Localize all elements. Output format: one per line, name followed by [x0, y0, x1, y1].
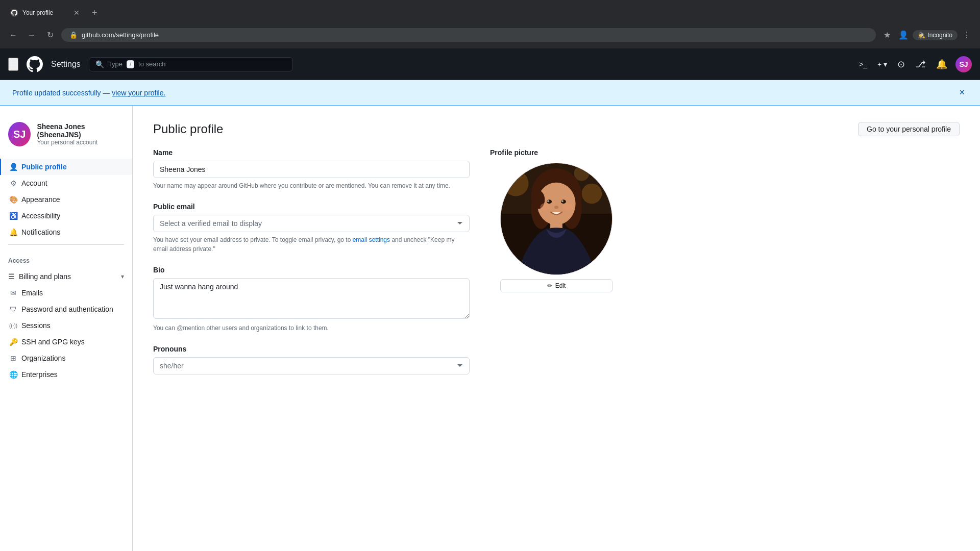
pull-requests-button[interactable]: ⎇ — [913, 57, 928, 72]
banner-close-button[interactable]: × — [956, 86, 968, 99]
sidebar-avatar: SJ — [8, 122, 31, 146]
new-item-button[interactable]: + ▾ — [875, 58, 889, 70]
search-placeholder: Type — [108, 60, 122, 68]
sidebar-item-appearance[interactable]: 🎨 Appearance — [0, 191, 132, 208]
bell-icon: 🔔 — [9, 228, 17, 236]
svg-point-4 — [582, 184, 602, 204]
svg-point-15 — [554, 206, 558, 209]
sidebar-item-label: Appearance — [21, 195, 60, 204]
incognito-badge: 🕵 Incognito — [913, 30, 958, 40]
pronouns-field-group: Pronouns she/her — [153, 345, 470, 374]
user-avatar[interactable]: SJ — [955, 56, 972, 72]
search-shortcut: / — [127, 60, 134, 68]
browser-controls: ← → ↻ 🔒 github.com/settings/profile ★ 👤 … — [0, 21, 980, 48]
go-to-profile-button[interactable]: Go to your personal profile — [858, 122, 960, 136]
sidebar-item-label: Notifications — [21, 228, 60, 236]
address-bar[interactable]: 🔒 github.com/settings/profile — [61, 28, 876, 42]
github-header: ☰ Settings 🔍 Type / to search >_ + ▾ ⊙ ⎇… — [0, 48, 980, 80]
svg-point-3 — [503, 171, 529, 196]
active-tab[interactable]: Your profile ✕ — [4, 4, 86, 21]
sidebar-user-name: Sheena Jones (SheenaJNS) — [37, 122, 124, 139]
sidebar-item-label: Accessibility — [21, 212, 60, 220]
github-logo[interactable] — [27, 56, 43, 72]
sidebar-item-label: Password and authentication — [21, 305, 113, 313]
svg-point-5 — [574, 166, 590, 181]
bookmark-button[interactable]: ★ — [880, 28, 894, 42]
sidebar-item-sessions[interactable]: ((·)) Sessions — [0, 317, 132, 334]
issues-button[interactable]: ⊙ — [895, 57, 907, 72]
menu-button[interactable]: ⋮ — [960, 28, 974, 42]
notifications-button[interactable]: 🔔 — [934, 57, 949, 72]
bio-textarea[interactable]: Just wanna hang around — [153, 278, 470, 319]
pencil-icon: ✏ — [547, 282, 552, 289]
edit-photo-button[interactable]: ✏ Edit — [500, 279, 612, 292]
profile-photo-svg — [501, 163, 612, 275]
sidebar-item-emails[interactable]: ✉ Emails — [0, 285, 132, 301]
main-content: SJ Sheena Jones (SheenaJNS) Your persona… — [0, 106, 980, 551]
sidebar-user-info: Sheena Jones (SheenaJNS) Your personal a… — [37, 122, 124, 146]
sidebar-item-billing[interactable]: ☰ Billing and plans ▾ — [0, 268, 132, 285]
bio-hint: You can @mention other users and organiz… — [153, 323, 470, 333]
email-icon: ✉ — [9, 289, 17, 297]
globe-icon: 🌐 — [9, 370, 17, 379]
sidebar-item-public-profile[interactable]: 👤 Public profile — [0, 159, 132, 175]
sidebar-billing-label: Billing and plans — [19, 272, 71, 281]
sidebar-item-label: Emails — [21, 289, 43, 297]
header-title: Settings — [51, 60, 81, 69]
pronouns-select[interactable]: she/her — [153, 357, 470, 374]
email-label: Public email — [153, 203, 470, 211]
sidebar-item-notifications[interactable]: 🔔 Notifications — [0, 224, 132, 240]
sidebar-item-organizations[interactable]: ⊞ Organizations — [0, 350, 132, 366]
sessions-icon: ((·)) — [9, 323, 17, 329]
key-icon: 🔑 — [9, 338, 17, 346]
email-hint: You have set your email address to priva… — [153, 235, 470, 254]
view-profile-link[interactable]: view your profile. — [112, 89, 165, 97]
address-text: github.com/settings/profile — [82, 31, 159, 39]
billing-icon: ☰ — [8, 272, 15, 281]
terminal-button[interactable]: >_ — [857, 58, 869, 70]
tab-title: Your profile — [22, 9, 69, 16]
name-field-group: Name Your name may appear around GitHub … — [153, 148, 470, 190]
sidebar-item-label: Account — [21, 179, 47, 187]
access-section-header: Access — [0, 249, 132, 268]
name-label: Name — [153, 148, 470, 157]
profile-photo — [500, 163, 612, 275]
tab-close-button[interactable]: ✕ — [74, 9, 80, 16]
email-select[interactable]: Select a verified email to display — [153, 215, 470, 232]
pronouns-label: Pronouns — [153, 345, 470, 353]
search-bar[interactable]: 🔍 Type / to search — [89, 57, 293, 71]
content-header: Public profile Go to your personal profi… — [153, 122, 960, 136]
sidebar-item-account[interactable]: ⚙ Account — [0, 175, 132, 191]
access-nav: ☰ Billing and plans ▾ ✉ Emails 🛡 Passwor… — [0, 268, 132, 383]
sidebar-item-label: Public profile — [21, 163, 67, 171]
sidebar-item-ssh[interactable]: 🔑 SSH and GPG keys — [0, 334, 132, 350]
name-input[interactable] — [153, 161, 470, 178]
gear-icon: ⚙ — [9, 179, 17, 187]
back-button[interactable]: ← — [6, 28, 20, 42]
forward-button[interactable]: → — [24, 28, 39, 42]
browser-actions: ★ 👤 🕵 Incognito ⋮ — [880, 28, 974, 42]
email-settings-link[interactable]: email settings — [353, 236, 390, 243]
sidebar-item-password[interactable]: 🛡 Password and authentication — [0, 301, 132, 317]
sidebar: SJ Sheena Jones (SheenaJNS) Your persona… — [0, 106, 133, 551]
sidebar-item-label: Sessions — [21, 321, 51, 330]
sidebar-nav: 👤 Public profile ⚙ Account 🎨 Appearance … — [0, 159, 132, 240]
svg-point-13 — [547, 200, 549, 202]
sidebar-divider — [8, 244, 124, 245]
github-page: ☰ Settings 🔍 Type / to search >_ + ▾ ⊙ ⎇… — [0, 48, 980, 551]
sidebar-item-enterprises[interactable]: 🌐 Enterprises — [0, 366, 132, 383]
sidebar-item-accessibility[interactable]: ♿ Accessibility — [0, 208, 132, 224]
profile-button[interactable]: 👤 — [896, 28, 911, 42]
sidebar-user-section: SJ Sheena Jones (SheenaJNS) Your persona… — [0, 114, 132, 159]
sidebar-user-desc: Your personal account — [37, 139, 124, 146]
reload-button[interactable]: ↻ — [43, 28, 57, 42]
bio-field-group: Bio Just wanna hang around You can @ment… — [153, 266, 470, 333]
profile-picture-title: Profile picture — [490, 148, 623, 157]
profile-picture-container: ✏ Edit — [500, 163, 612, 292]
new-tab-button[interactable]: + — [88, 7, 102, 19]
name-hint: Your name may appear around GitHub where… — [153, 181, 470, 190]
appearance-icon: 🎨 — [9, 195, 17, 204]
org-icon: ⊞ — [9, 354, 17, 362]
hamburger-menu-button[interactable]: ☰ — [8, 58, 18, 71]
sidebar-item-label: Organizations — [21, 354, 65, 362]
